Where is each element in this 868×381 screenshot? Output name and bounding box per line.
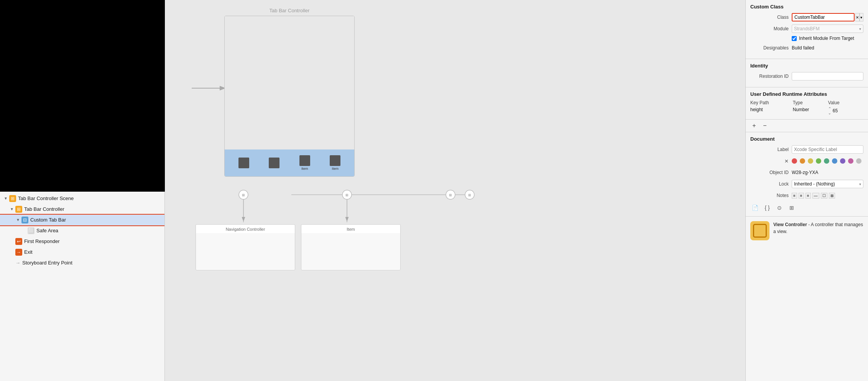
doc-target-icon[interactable]: ⊙ — [775, 203, 784, 212]
nav-controller-label: Navigation Controller — [224, 225, 267, 233]
tree-item-firstresponder[interactable]: ↩First Responder — [0, 236, 164, 247]
color-dot-orange[interactable] — [800, 158, 805, 164]
udra-col-type: Type — [793, 100, 828, 105]
color-dot-red[interactable] — [792, 158, 797, 164]
label-customtabbar: Custom Tab Bar — [30, 216, 66, 224]
tree-item-entrypoint[interactable]: →Storyboard Entry Point — [0, 258, 164, 268]
tree-panel: ▼⊞Tab Bar Controller Scene▼⊞Tab Bar Cont… — [0, 192, 164, 381]
class-field[interactable] — [792, 13, 855, 21]
color-dot-purple[interactable] — [840, 158, 845, 164]
disclosure-tabbar[interactable]: ▼ — [9, 207, 15, 212]
icon-scene: ⊞ — [9, 195, 16, 202]
tree-item-safearea[interactable]: ⬜Safe Area — [0, 225, 164, 236]
notes-align-left[interactable]: ≡ — [792, 193, 797, 199]
item-box: Item — [301, 224, 401, 270]
designables-value: Build failed — [792, 45, 814, 51]
color-dot-teal[interactable] — [824, 158, 829, 164]
udra-title: User Defined Runtime Attributes — [750, 91, 863, 97]
svg-point-9 — [342, 190, 352, 199]
color-dot-pink[interactable] — [848, 158, 853, 164]
class-dropdown-btn[interactable]: ▾ — [860, 13, 864, 21]
nav-inner — [196, 233, 295, 269]
object-id-row: Object ID W28-zg-YXA — [750, 168, 863, 177]
add-remove-row: + − — [746, 120, 868, 132]
color-dot-yellow[interactable] — [808, 158, 813, 164]
svg-text:⊞: ⊞ — [242, 193, 245, 197]
iphone-inner — [225, 16, 354, 149]
stepper-arrows[interactable]: ⌃⌃ — [828, 107, 831, 115]
udra-number-value: 65 — [833, 108, 838, 113]
module-label: Module — [750, 26, 789, 31]
doc-grid-icon[interactable]: ⊞ — [787, 203, 796, 212]
class-label: Class — [750, 15, 789, 20]
color-dot-green[interactable] — [816, 158, 821, 164]
tab-item-label-3: Item — [301, 167, 308, 171]
label-row: Label — [750, 145, 863, 154]
x-button[interactable]: ✕ — [784, 158, 789, 164]
designables-label: Designables — [750, 45, 789, 51]
inherit-module-checkbox[interactable] — [792, 36, 797, 41]
tree-item-scene[interactable]: ▼⊞Tab Bar Controller Scene — [0, 193, 164, 204]
tree-item-exit[interactable]: →Exit — [0, 247, 164, 258]
restoration-id-label: Restoration ID — [750, 74, 789, 79]
module-value: StrandsBFM — [794, 26, 820, 31]
module-select[interactable]: StrandsBFM ▾ — [792, 25, 863, 33]
color-dot-blue[interactable] — [832, 158, 837, 164]
custom-class-section: Custom Class Class ✕ ▾ Module StrandsBFM… — [746, 0, 868, 59]
document-title: Document — [750, 136, 863, 142]
notes-link[interactable]: ⊞ — [829, 193, 835, 199]
notes-align-center[interactable]: ≡ — [799, 193, 804, 199]
tree-item-tabbar[interactable]: ▼⊞Tab Bar Controller — [0, 204, 164, 215]
svg-text:⊞: ⊞ — [345, 193, 349, 197]
class-clear-btn[interactable]: ✕ — [855, 13, 860, 21]
module-row: Module StrandsBFM ▾ — [750, 24, 863, 33]
disclosure-scene[interactable]: ▼ — [3, 196, 8, 201]
doc-file-icon[interactable]: 📄 — [750, 203, 760, 212]
label-tabbar: Tab Bar Controller — [24, 205, 64, 213]
notes-controls: ≡ ≡ ≡ — ☐ ⊞ — [792, 193, 835, 199]
label-firstresponder: First Responder — [24, 237, 59, 246]
udra-col-value: Value — [828, 100, 863, 105]
svg-text:⊞: ⊞ — [449, 193, 452, 197]
color-dot-gray[interactable] — [856, 158, 861, 164]
svg-point-11 — [446, 190, 455, 199]
disclosure-customtabbar[interactable]: ▼ — [15, 217, 21, 223]
notes-label: Notes — [750, 193, 789, 198]
udra-keypath-height: height — [750, 107, 793, 115]
tab-item-3: Item — [299, 155, 310, 171]
label-exit: Exit — [24, 248, 33, 256]
add-attribute-btn[interactable]: + — [750, 122, 758, 130]
center-panel[interactable]: ⊞ ⊞ ⊞ ⊞ Tab Bar Controller — [165, 0, 745, 381]
iphone-frame: Item Item — [224, 16, 355, 177]
color-x-label: ✕ — [750, 158, 789, 164]
inherit-module-label: Inherit Module From Target — [799, 36, 854, 41]
udra-value-65: ⌃⌃ 65 — [828, 107, 863, 115]
color-row: ✕ — [750, 156, 863, 166]
lock-select[interactable]: Inherited - (Nothing) ▾ — [792, 180, 863, 188]
remove-attribute-btn[interactable]: − — [761, 122, 769, 130]
label-field-label: Label — [750, 147, 789, 152]
module-chevron: ▾ — [859, 27, 861, 31]
doc-code-icon[interactable]: { } — [763, 203, 772, 212]
udra-col-keypath: Key Path — [750, 100, 793, 105]
tree-item-customtabbar[interactable]: ▼⊟Custom Tab Bar — [0, 215, 164, 225]
storyboard-canvas: ⊞ ⊞ ⊞ ⊞ Tab Bar Controller — [165, 0, 745, 381]
icon-tabbar: ⊞ — [15, 206, 22, 213]
notes-dash[interactable]: — — [812, 193, 819, 199]
lock-value: Inherited - (Nothing) — [794, 181, 835, 187]
notes-align-right[interactable]: ≡ — [806, 193, 811, 199]
icon-customtabbar: ⊟ — [21, 217, 28, 223]
icon-safearea: ⬜ — [28, 227, 35, 234]
lock-label: Lock — [750, 181, 789, 187]
document-section: Document Label ✕ Object ID W28 — [746, 132, 868, 217]
custom-class-title: Custom Class — [750, 4, 863, 10]
tab-icon-3 — [299, 155, 310, 166]
udra-section: User Defined Runtime Attributes Key Path… — [746, 87, 868, 120]
icon-exit: → — [15, 249, 22, 256]
restoration-id-row: Restoration ID — [750, 72, 863, 81]
label-field[interactable] — [792, 145, 863, 154]
disclosure-firstresponder — [9, 239, 15, 244]
notes-box[interactable]: ☐ — [821, 193, 827, 199]
inherit-module-row: Inherit Module From Target — [750, 36, 863, 41]
restoration-id-field[interactable] — [792, 72, 863, 80]
